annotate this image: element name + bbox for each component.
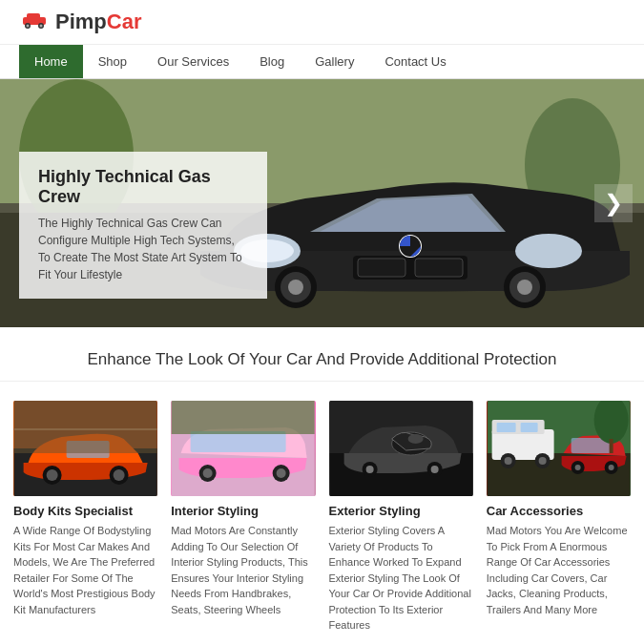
svg-rect-55	[496, 423, 515, 432]
nav-item-blog[interactable]: Blog	[244, 45, 300, 78]
card-interior-desc: Mad Motors Are Constantly Adding To Our …	[171, 523, 315, 617]
svg-rect-42	[172, 401, 315, 434]
svg-rect-15	[415, 259, 463, 277]
svg-point-20	[515, 234, 582, 268]
svg-point-58	[504, 457, 511, 465]
svg-point-30	[47, 469, 58, 481]
card-img-exterior	[329, 401, 473, 496]
hero-title: Highly Technical Gas Crew	[38, 167, 248, 207]
card-body-title: Body Kits Specialist	[13, 504, 157, 518]
logo-car-icon	[19, 10, 50, 34]
svg-rect-1	[27, 13, 40, 20]
svg-point-65	[608, 465, 613, 470]
card-accessories: Car Accessories Mad Motors You Are Welco…	[487, 401, 631, 634]
header: PimpCar	[0, 0, 644, 45]
logo[interactable]: PimpCar	[19, 10, 141, 34]
svg-point-4	[27, 25, 30, 28]
svg-point-26	[517, 280, 532, 295]
card-img-body	[13, 401, 157, 496]
svg-point-60	[538, 457, 546, 465]
svg-point-39	[203, 468, 213, 478]
svg-point-46	[365, 466, 373, 473]
svg-rect-14	[358, 259, 405, 277]
navigation: Home Shop Our Services Blog Gallery Cont…	[0, 45, 644, 79]
svg-point-41	[277, 468, 286, 478]
nav-item-gallery[interactable]: Gallery	[300, 45, 369, 78]
card-accessories-desc: Mad Motors You Are Welcome To Pick From …	[487, 523, 631, 617]
hero-banner: Highly Technical Gas Crew The Highly Tec…	[0, 79, 644, 327]
svg-point-32	[114, 469, 125, 481]
hero-description: The Highly Technical Gas Crew Can Config…	[38, 215, 248, 283]
svg-point-23	[288, 280, 303, 295]
card-img-accessories	[487, 401, 631, 496]
nav-item-home[interactable]: Home	[19, 45, 83, 78]
card-img-interior	[171, 401, 315, 496]
card-exterior: Exterior Styling Exterior Styling Covers…	[329, 401, 473, 634]
service-cards: Body Kits Specialist A Wide Range Of Bod…	[0, 401, 644, 644]
nav-item-services[interactable]: Our Services	[142, 45, 244, 78]
tagline: Enhance The Look Of Your Car And Provide…	[0, 327, 644, 382]
svg-rect-37	[191, 431, 286, 452]
logo-text-pimp: Pimp	[55, 10, 107, 34]
svg-rect-67	[609, 439, 613, 453]
svg-point-63	[574, 465, 580, 470]
card-exterior-title: Exterior Styling	[329, 504, 473, 518]
hero-overlay: Highly Technical Gas Crew The Highly Tec…	[19, 152, 267, 299]
svg-rect-56	[520, 423, 537, 432]
svg-point-50	[407, 434, 423, 444]
card-interior-title: Interior Styling	[171, 504, 315, 518]
svg-point-5	[40, 25, 43, 28]
card-body-desc: A Wide Range Of Bodystyling Kits For Mos…	[13, 523, 157, 617]
card-interior: Interior Styling Mad Motors Are Constant…	[171, 401, 315, 634]
hero-next-arrow[interactable]: ❯	[594, 184, 633, 222]
card-accessories-title: Car Accessories	[487, 504, 631, 518]
logo-text-car: Car	[107, 10, 142, 34]
svg-point-48	[430, 466, 438, 473]
card-body-kits: Body Kits Specialist A Wide Range Of Bod…	[13, 401, 157, 634]
nav-item-shop[interactable]: Shop	[83, 45, 142, 78]
svg-rect-34	[14, 401, 157, 453]
nav-item-contact[interactable]: Contact Us	[369, 45, 461, 78]
card-exterior-desc: Exterior Styling Covers A Variety Of Pro…	[329, 523, 473, 634]
